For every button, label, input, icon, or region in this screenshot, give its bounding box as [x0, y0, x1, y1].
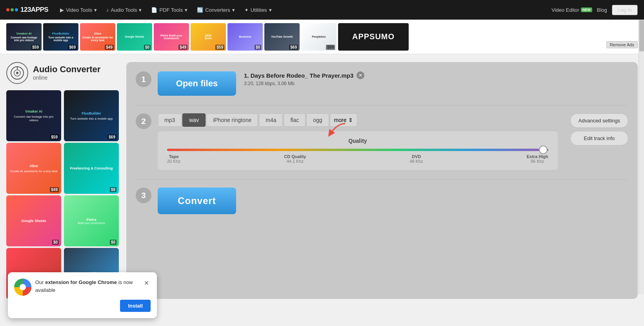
toast-close-button[interactable]: ✕ [142, 279, 151, 287]
scrollbar[interactable] [639, 20, 644, 294]
ad-thumb-1[interactable]: Vmaker AI Convert raw footage into pro v… [6, 23, 42, 51]
file-name: 1. Days Before Rodeo_ The Prayer.mp3 [244, 72, 353, 79]
sidebar-ad-1-brand: Vmaker AI [25, 109, 42, 113]
scrollbar-thumb[interactable] [639, 20, 644, 51]
file-meta: 3:20, 128 kbps, 3.06 Mb [244, 81, 364, 86]
format-tab-wav[interactable]: wav [182, 113, 206, 127]
sidebar-ad-1[interactable]: Vmaker AI Convert raw footage into pro v… [6, 90, 61, 141]
logo-dot-blue [15, 8, 18, 11]
close-file-button[interactable]: ✕ [357, 71, 364, 79]
slider-thumb[interactable] [539, 146, 548, 154]
audio-converter-icon [10, 66, 24, 80]
step-1-row: 1 Open files 1. Days Before Rodeo_ The P… [136, 71, 628, 96]
logo-dots [6, 8, 18, 11]
sidebar-ad-2-price: $69 [107, 135, 116, 140]
app-subtitle: online [33, 75, 47, 81]
format-tab-flac[interactable]: flac [284, 113, 306, 127]
blog-label: Blog [597, 7, 607, 13]
nav-item-video-tools[interactable]: ▶ Video Tools ▾ [56, 5, 101, 15]
edit-track-info-button[interactable]: Edit track info [570, 131, 628, 146]
install-button[interactable]: Install [120, 300, 151, 312]
ad-thumb-8[interactable]: YouTube Growth $69 [264, 23, 300, 51]
sidebar-ad-2-brand: FluxBuilder [82, 111, 101, 115]
step-2-content: mp3 wav iPhone ringtone m4a flac ogg mor… [158, 113, 628, 170]
appsumo-ad[interactable]: APPSUMO [338, 23, 409, 51]
format-tab-ogg[interactable]: ogg [306, 113, 329, 127]
divider-1 [136, 105, 628, 106]
nav-item-audio-tools[interactable]: ♪ Audio Tools ▾ [102, 5, 146, 15]
ad-thumb-4[interactable]: Google Sheets $0 [117, 23, 152, 51]
svg-point-2 [16, 72, 18, 74]
chrome-text-prefix: Our [35, 279, 45, 285]
file-info-row: 1. Days Before Rodeo_ The Prayer.mp3 ✕ [244, 71, 364, 79]
ad-thumb-5[interactable]: Pietra Build your ecommerce $49 [154, 23, 189, 51]
chrome-toast-text: Our extension for Google Chrome is now a… [35, 279, 138, 294]
converter-panel: 1 Open files 1. Days Before Rodeo_ The P… [126, 62, 638, 299]
ad-banner: Vmaker AI Convert raw footage into pro v… [0, 20, 644, 54]
ad-thumb-2[interactable]: FluxBuilder Turn website into a mobile a… [43, 23, 78, 51]
open-files-button[interactable]: Open files [158, 71, 236, 96]
ad-price-9: $99 [326, 45, 335, 50]
step-2-row: 2 mp3 wav iPhone ringtone m4a flac ogg m… [136, 113, 628, 170]
remove-ads-button[interactable]: Remove Ads [606, 41, 638, 48]
chevron-up-down-icon: ⇕ [348, 117, 353, 123]
ad-thumb-3[interactable]: Alice Create AI assistants for every tas… [80, 23, 115, 51]
sidebar-ad-1-price: $59 [50, 135, 59, 140]
format-tab-m4a[interactable]: m4a [259, 113, 283, 127]
step-2-badge: 2 [136, 113, 151, 129]
login-button[interactable]: Log In [612, 5, 638, 15]
logo-dot-green [11, 8, 14, 11]
logo[interactable]: 123APPS [6, 6, 48, 14]
ad-price-4: $0 [144, 45, 151, 50]
sidebar-ad-6-text: Build your ecommerce [78, 222, 105, 224]
sidebar-ad-3-price: $49 [50, 187, 59, 192]
advanced-settings-button[interactable]: Advanced settings [570, 113, 628, 128]
quality-section: Quality Tape 20 Khz [158, 131, 558, 170]
sidebar-ad-5-brand: Google Sheets [21, 219, 46, 223]
nav-label-pdf-tools: PDF Tools [159, 7, 183, 13]
sidebar-ad-2[interactable]: FluxBuilder Turn website into a mobile a… [64, 90, 119, 141]
sidebar-ad-6[interactable]: Pietra Build your ecommerce $0 [64, 195, 119, 246]
left-sidebar: Audio Converter online Vmaker AI Convert… [6, 62, 120, 299]
nav-label-converters: Converters [205, 7, 230, 13]
format-tab-iphone-ringtone[interactable]: iPhone ringtone [206, 113, 258, 127]
ad-price-3: $49 [105, 45, 114, 50]
sidebar-ad-4-brand: Freelancing & Consulting [70, 166, 113, 170]
appsumo-text: APPSUMO [352, 32, 395, 41]
format-more-label: more [334, 117, 347, 123]
nav-label-video-tools: Video Tools [66, 7, 92, 13]
quality-marker-dvd: DVD 48 Khz [409, 154, 423, 164]
main-content: Audio Converter online Vmaker AI Convert… [0, 54, 644, 307]
ad-thumb-6[interactable]: NEW Build $59 [191, 23, 226, 51]
new-badge: NEW [581, 7, 592, 12]
chrome-toast-top: Our extension for Google Chrome is now a… [14, 279, 151, 296]
convert-button[interactable]: Convert [158, 188, 236, 214]
nav-item-utilities[interactable]: ✦ Utilities ▾ [240, 5, 276, 15]
open-files-section: Open files 1. Days Before Rodeo_ The Pra… [158, 71, 628, 96]
quality-label: Quality [167, 138, 548, 144]
quality-marker-tape-name: Tape [167, 154, 180, 159]
step-1-content: Open files 1. Days Before Rodeo_ The Pra… [158, 71, 628, 96]
video-editor-link[interactable]: Video Editor NEW [551, 7, 592, 13]
format-more-button[interactable]: more ⇕ [330, 113, 357, 127]
nav-item-converters[interactable]: 🔄 Converters ▾ [193, 5, 239, 15]
ad-thumb-9[interactable]: Peoplebox $99 [301, 23, 337, 51]
ad-price-7: $0 [255, 45, 261, 50]
ad-thumb-7[interactable]: Business $0 [227, 23, 263, 51]
sidebar-ad-2-text: Turn website into a mobile app [70, 117, 113, 120]
quality-marker-extra-high-freq: 96 Khz [527, 159, 548, 164]
quality-slider[interactable] [167, 149, 548, 151]
format-tab-mp3[interactable]: mp3 [158, 113, 182, 127]
file-info: 1. Days Before Rodeo_ The Prayer.mp3 ✕ 3… [244, 71, 364, 86]
divider-2 [136, 179, 628, 180]
sidebar-ad-5[interactable]: Google Sheets $0 [6, 195, 61, 246]
chevron-down-icon-converters: ▾ [232, 7, 235, 13]
nav-item-pdf-tools[interactable]: 📄 PDF Tools ▾ [147, 5, 191, 15]
sidebar-ad-3[interactable]: Alice Create AI assistants for every tas… [6, 143, 61, 194]
quality-area: Quality Tape 20 Khz [158, 131, 558, 170]
video-editor-label: Video Editor [551, 7, 579, 13]
sidebar-ad-4[interactable]: Freelancing & Consulting $9 [64, 143, 119, 194]
video-icon: ▶ [60, 7, 64, 13]
blog-link[interactable]: Blog [597, 7, 607, 13]
step-3-badge: 3 [136, 188, 151, 203]
